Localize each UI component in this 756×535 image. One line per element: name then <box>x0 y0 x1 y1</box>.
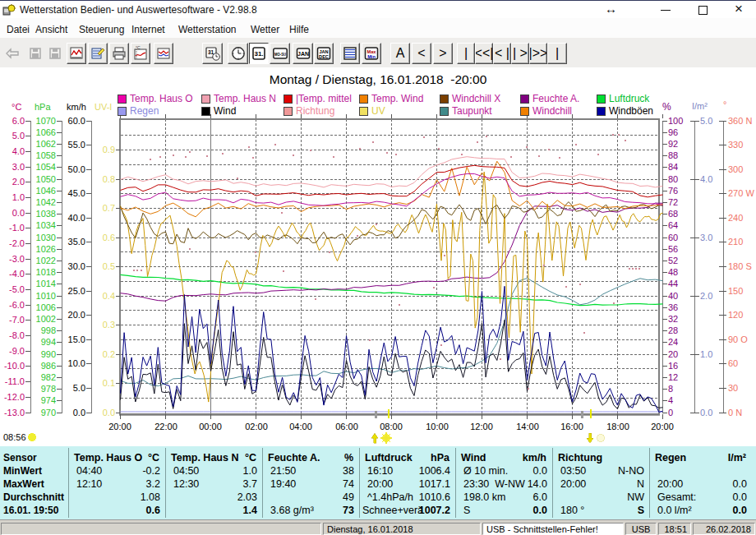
svg-text:998: 998 <box>41 325 56 335</box>
svg-text:Temp. Haus N: Temp. Haus N <box>214 93 276 104</box>
svg-text:Regen: Regen <box>130 105 159 117</box>
svg-text:1026: 1026 <box>36 244 56 254</box>
svg-text:16: 16 <box>668 361 678 371</box>
svg-text:-11.0: -11.0 <box>5 376 25 386</box>
svg-text:I/m²: I/m² <box>692 101 708 111</box>
svg-text:Luftdruck: Luftdruck <box>609 93 650 104</box>
svg-text:982: 982 <box>41 372 56 382</box>
svg-text:330: 330 <box>728 140 743 150</box>
svg-text:12: 12 <box>668 372 678 382</box>
svg-text:2.0: 2.0 <box>700 291 712 301</box>
svg-text:4.0: 4.0 <box>700 174 712 184</box>
svg-text:50.0: 50.0 <box>68 164 85 174</box>
svg-text:1062: 1062 <box>36 139 56 149</box>
svg-text:84: 84 <box>668 162 678 172</box>
svg-text:32: 32 <box>668 314 678 324</box>
svg-text:180 S: 180 S <box>728 261 752 271</box>
svg-text:-6.0: -6.0 <box>9 300 25 310</box>
svg-text:UV-I: UV-I <box>94 102 112 112</box>
svg-text:30: 30 <box>728 383 738 393</box>
svg-text:1022: 1022 <box>36 256 56 265</box>
svg-text:JAN: JAN <box>297 51 308 57</box>
svg-text:°C: °C <box>12 102 21 112</box>
svg-text:1010: 1010 <box>36 291 56 301</box>
svg-text:974: 974 <box>41 395 56 405</box>
svg-text:1058: 1058 <box>36 150 56 160</box>
svg-text:60: 60 <box>728 358 738 368</box>
svg-text:1042: 1042 <box>36 197 56 207</box>
svg-text:20: 20 <box>668 349 678 359</box>
svg-text:-1.0: -1.0 <box>9 223 25 233</box>
svg-text:0.7: 0.7 <box>103 203 115 213</box>
svg-text:1046: 1046 <box>36 186 56 196</box>
svg-text:22:00: 22:00 <box>154 422 177 431</box>
svg-text:150: 150 <box>728 286 743 296</box>
svg-text:Windchill: Windchill <box>532 105 572 117</box>
svg-text:24: 24 <box>668 337 678 347</box>
svg-text:1002: 1002 <box>36 314 56 324</box>
svg-text:20:00: 20:00 <box>108 422 131 431</box>
svg-text:0.6: 0.6 <box>103 233 115 242</box>
svg-text:986: 986 <box>41 361 56 371</box>
svg-text:36: 36 <box>668 302 678 312</box>
svg-text:0.9: 0.9 <box>103 145 115 155</box>
svg-text:0.0: 0.0 <box>103 408 115 417</box>
svg-text:970: 970 <box>41 408 56 417</box>
svg-text:0.3: 0.3 <box>103 320 115 330</box>
svg-text:-2.0: -2.0 <box>9 238 25 248</box>
svg-text:-7.0: -7.0 <box>9 315 25 325</box>
svg-text:1.0: 1.0 <box>12 192 25 202</box>
svg-text:68: 68 <box>668 209 678 219</box>
svg-text:DEC: DEC <box>319 54 329 59</box>
svg-text:|Temp. mittel: |Temp. mittel <box>296 93 352 104</box>
svg-text:76: 76 <box>668 186 678 196</box>
svg-text:994: 994 <box>41 337 56 347</box>
svg-text:1030: 1030 <box>36 233 56 242</box>
svg-text:45.0: 45.0 <box>68 188 85 198</box>
svg-text:90 O: 90 O <box>728 334 748 344</box>
svg-text:72: 72 <box>668 197 678 207</box>
svg-text:92: 92 <box>668 139 678 149</box>
svg-text:56: 56 <box>668 244 678 254</box>
svg-text:MO-SU: MO-SU <box>274 52 286 57</box>
svg-text:-13.0: -13.0 <box>4 408 25 417</box>
svg-text:44: 44 <box>668 279 678 288</box>
svg-text:80: 80 <box>668 174 678 184</box>
svg-text:%: % <box>662 101 671 113</box>
svg-text:20:00: 20:00 <box>651 422 674 431</box>
svg-text:88: 88 <box>668 150 678 160</box>
svg-text:5.0: 5.0 <box>12 131 25 141</box>
svg-text:0.1: 0.1 <box>103 378 115 388</box>
svg-text:120: 120 <box>728 310 743 320</box>
svg-text:96: 96 <box>668 127 678 137</box>
svg-text:08:56: 08:56 <box>3 432 26 442</box>
svg-text:3.0: 3.0 <box>12 162 25 172</box>
svg-text:0.5: 0.5 <box>103 261 115 271</box>
svg-text:0.0: 0.0 <box>73 408 85 417</box>
svg-text:-4.0: -4.0 <box>9 269 25 279</box>
svg-text:-3.0: -3.0 <box>9 254 25 264</box>
svg-text:-9.0: -9.0 <box>9 346 25 356</box>
svg-text:-10.0: -10.0 <box>4 361 25 371</box>
svg-text:15.0: 15.0 <box>68 334 85 344</box>
svg-text:16:00: 16:00 <box>560 422 583 431</box>
svg-text:40.0: 40.0 <box>68 213 85 223</box>
svg-text:300: 300 <box>728 164 743 174</box>
svg-text:10:00: 10:00 <box>426 422 449 431</box>
svg-text:35.0: 35.0 <box>68 237 85 247</box>
svg-text:1.0: 1.0 <box>700 349 712 359</box>
svg-text:360 N: 360 N <box>728 116 752 126</box>
svg-text:210: 210 <box>728 237 743 247</box>
svg-text:Temp. Wind: Temp. Wind <box>371 93 423 104</box>
svg-text:64: 64 <box>668 220 678 230</box>
svg-text:31.: 31. <box>254 50 263 58</box>
svg-text:Windböen: Windböen <box>609 105 653 117</box>
svg-text:1038: 1038 <box>36 209 56 219</box>
svg-text:100: 100 <box>668 116 683 126</box>
svg-text:55.0: 55.0 <box>68 140 85 150</box>
svg-text:990: 990 <box>41 349 56 359</box>
svg-text:240: 240 <box>728 213 743 223</box>
svg-text:6.0: 6.0 <box>12 116 25 126</box>
svg-text:1006: 1006 <box>36 302 56 312</box>
svg-text:0.8: 0.8 <box>103 174 115 184</box>
